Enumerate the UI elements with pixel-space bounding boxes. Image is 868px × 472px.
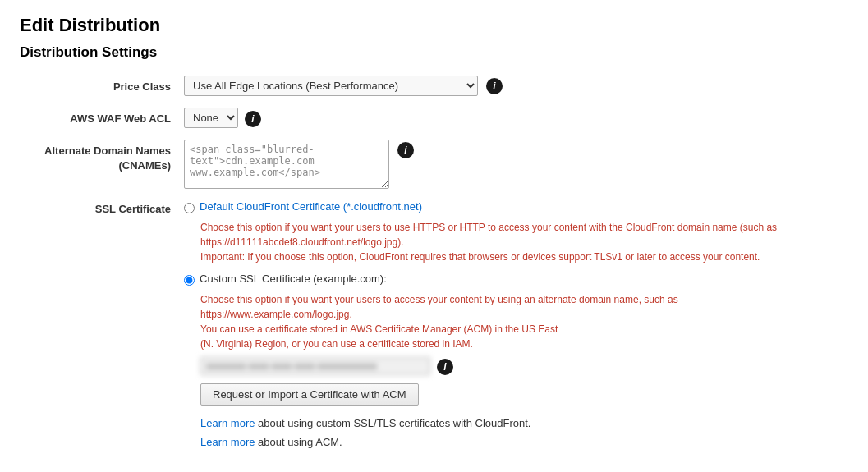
ssl-desc1-link[interactable]: https://d11111abcdef8.cloudfront.net/log… xyxy=(200,236,397,248)
ssl-radio-custom[interactable] xyxy=(184,275,195,286)
learn-more-ssl-link[interactable]: Learn more xyxy=(200,417,255,429)
ssl-option2-label: Custom SSL Certificate (example.com): xyxy=(200,273,387,285)
cert-info-icon[interactable]: i xyxy=(437,359,453,375)
waf-select[interactable]: None xyxy=(184,108,238,128)
cnames-control: <span class="blurred-text">cdn.example.c… xyxy=(184,140,414,189)
cnames-row: Alternate Domain Names (CNAMEs) <span cl… xyxy=(20,140,848,189)
ssl-option2: Custom SSL Certificate (example.com): xyxy=(184,273,848,286)
waf-control: None i xyxy=(184,108,261,128)
learn-more-ssl-text: about using custom SSL/TLS certificates … xyxy=(255,417,530,429)
cnames-input[interactable]: <span class="blurred-text">cdn.example.c… xyxy=(184,140,389,189)
cert-input[interactable] xyxy=(200,357,430,375)
learn-more-acm: Learn more about using ACM. xyxy=(200,433,848,451)
cnames-label: Alternate Domain Names (CNAMEs) xyxy=(20,140,184,173)
ssl-content: Default CloudFront Certificate (*.cloudf… xyxy=(184,200,848,452)
learn-more-ssl: Learn more about using custom SSL/TLS ce… xyxy=(200,414,848,433)
page-title: Edit Distribution xyxy=(20,15,848,36)
waf-label: AWS WAF Web ACL xyxy=(20,108,184,126)
price-class-select[interactable]: Use All Edge Locations (Best Performance… xyxy=(184,76,478,96)
waf-row: AWS WAF Web ACL None i xyxy=(20,108,848,128)
price-class-row: Price Class Use All Edge Locations (Best… xyxy=(20,76,848,96)
learn-more-acm-link[interactable]: Learn more xyxy=(200,436,255,448)
ssl-option1-label: Default CloudFront Certificate (*.cloudf… xyxy=(200,200,422,213)
ssl-option1-link[interactable]: Default CloudFront Certificate (*.cloudf… xyxy=(200,200,422,213)
ssl-desc2-link3[interactable]: IAM xyxy=(452,338,470,350)
price-class-info-icon[interactable]: i xyxy=(486,78,503,94)
waf-info-icon[interactable]: i xyxy=(245,111,261,127)
ssl-desc2-link2[interactable]: AWS Certificate Manager (ACM) xyxy=(350,323,492,335)
ssl-row: SSL Certificate Default CloudFront Certi… xyxy=(20,200,848,452)
acm-button[interactable]: Request or Import a Certificate with ACM xyxy=(200,383,419,406)
ssl-radio-default[interactable] xyxy=(184,203,195,213)
learn-more-section: Learn more about using custom SSL/TLS ce… xyxy=(200,414,848,452)
ssl-option1-desc: Choose this option if you want your user… xyxy=(200,220,800,264)
learn-more-acm-text: about using ACM. xyxy=(255,436,342,448)
cnames-info-icon[interactable]: i xyxy=(397,142,414,158)
section-title: Distribution Settings xyxy=(20,44,848,61)
ssl-desc2-link1[interactable]: https://www.example.com/logo.jpg xyxy=(200,309,349,320)
cert-input-row: i xyxy=(200,356,848,375)
ssl-option1: Default CloudFront Certificate (*.cloudf… xyxy=(184,200,848,213)
ssl-label: SSL Certificate xyxy=(20,200,184,215)
price-class-label: Price Class xyxy=(20,76,184,94)
price-class-control: Use All Edge Locations (Best Performance… xyxy=(184,76,503,96)
ssl-option2-desc: Choose this option if you want your user… xyxy=(200,292,800,351)
